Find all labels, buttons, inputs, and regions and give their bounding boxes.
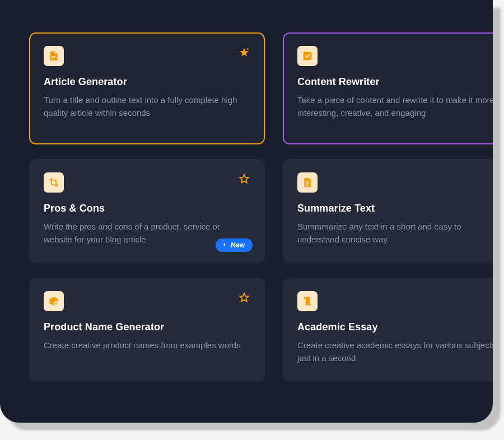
favorite-star-icon[interactable] [237, 291, 251, 306]
card-summarize-text[interactable]: Summarize Text Summmarize any text in a … [283, 159, 493, 263]
card-title: Product Name Generator [44, 321, 250, 333]
svg-rect-6 [306, 181, 310, 182]
svg-rect-1 [52, 58, 55, 58]
svg-rect-8 [306, 185, 308, 186]
card-title: Content Rewriter [297, 76, 493, 88]
svg-point-4 [248, 50, 249, 52]
card-title: Article Generator [44, 76, 250, 88]
card-title: Pros & Cons [44, 203, 250, 214]
card-description: Create creative product names from examp… [44, 339, 250, 352]
svg-point-3 [247, 48, 249, 50]
card-product-name-generator[interactable]: Product Name Generator Create creative p… [29, 278, 265, 382]
swap-icon [44, 172, 64, 193]
svg-rect-0 [52, 56, 55, 57]
card-title: Summarize Text [297, 203, 493, 214]
card-article-generator[interactable]: Article Generator Turn a title and outli… [29, 32, 265, 144]
card-academic-essay[interactable]: Academic Essay Create creative academic … [283, 278, 493, 382]
card-description: Create creative academic essays for vari… [297, 339, 493, 365]
new-badge: New [216, 238, 253, 252]
scroll-icon [297, 291, 318, 311]
box-check-icon [44, 291, 64, 311]
sparkle-icon [221, 242, 227, 249]
document-icon [44, 46, 64, 66]
favorite-star-icon[interactable] [237, 172, 251, 187]
svg-rect-2 [52, 59, 54, 59]
card-grid: Article Generator Turn a title and outli… [29, 32, 493, 382]
card-pros-cons[interactable]: Pros & Cons Write the pros and cons of a… [29, 159, 265, 263]
templates-panel: Article Generator Turn a title and outli… [0, 0, 493, 423]
card-description: Take a piece of content and rewrite it t… [297, 93, 493, 120]
card-description: Turn a title and outline text into a ful… [44, 93, 250, 120]
favorite-star-icon[interactable] [237, 46, 251, 60]
card-content-rewriter[interactable]: Content Rewriter Take a piece of content… [283, 32, 493, 144]
file-text-icon [297, 172, 318, 193]
card-description: Summmarize any text in a short and easy … [297, 220, 493, 246]
checkbox-icon [297, 46, 318, 66]
badge-label: New [231, 241, 245, 249]
card-title: Academic Essay [297, 321, 493, 333]
svg-rect-7 [306, 184, 310, 185]
